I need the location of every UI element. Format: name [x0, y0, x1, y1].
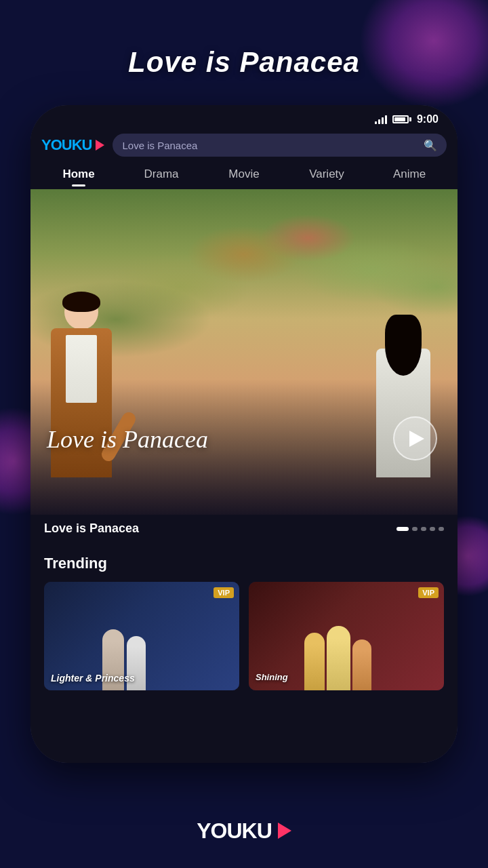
- status-time: 9:00: [417, 113, 439, 125]
- tab-drama[interactable]: Drama: [120, 162, 203, 189]
- nav-tabs: Home Drama Movie Variety Anime: [30, 162, 458, 189]
- trending-title: Trending: [44, 555, 444, 572]
- hero-title: Love is Panacea: [0, 46, 488, 79]
- footer-youku-text: YOUKU: [197, 818, 272, 844]
- youku-logo-text: YOUKU: [41, 136, 92, 154]
- banner-title: Love is Panacea: [44, 521, 139, 536]
- banner-cursive-title: Love is Panacea: [47, 425, 208, 454]
- dot-5: [439, 527, 444, 531]
- trending-grid: VIP Lighter & Princess VIP Shinin: [44, 582, 444, 690]
- trending-card-2[interactable]: VIP Shining: [249, 582, 444, 690]
- vip-badge-2: VIP: [418, 587, 439, 598]
- phone-frame: 9:00 YOUKU Love is Panacea 🔍 Home Drama …: [30, 105, 458, 763]
- phone-inner: 9:00 YOUKU Love is Panacea 🔍 Home Drama …: [30, 105, 458, 763]
- dots-indicator: [396, 527, 444, 531]
- tab-anime[interactable]: Anime: [368, 162, 451, 189]
- play-button[interactable]: [393, 416, 437, 460]
- youku-logo[interactable]: YOUKU: [41, 136, 104, 154]
- dot-3: [421, 527, 426, 531]
- trending-section: Trending VIP Lighter & Princess: [30, 542, 458, 698]
- search-icon[interactable]: 🔍: [424, 138, 437, 152]
- battery-icon: [392, 115, 411, 123]
- footer: YOUKU: [0, 793, 488, 868]
- footer-arrow-icon: [278, 823, 291, 839]
- dot-2: [412, 527, 418, 531]
- trending-card-1[interactable]: VIP Lighter & Princess: [44, 582, 239, 690]
- banner-image: Love is Panacea: [30, 189, 458, 515]
- status-bar: 9:00: [30, 105, 458, 130]
- dot-1: [396, 527, 409, 531]
- tab-home[interactable]: Home: [37, 162, 120, 189]
- signal-icon: [375, 115, 387, 124]
- tab-variety[interactable]: Variety: [285, 162, 368, 189]
- search-placeholder-text: Love is Panacea: [122, 140, 418, 151]
- play-icon: [409, 431, 424, 447]
- youku-arrow-icon: [96, 140, 104, 151]
- search-bar[interactable]: Love is Panacea 🔍: [113, 134, 447, 157]
- card-title-1: Lighter & Princess: [51, 673, 135, 684]
- vip-badge-1: VIP: [214, 587, 234, 598]
- card-title-2: Shining: [256, 672, 288, 682]
- tab-movie[interactable]: Movie: [203, 162, 285, 189]
- dot-4: [430, 527, 435, 531]
- app-bar: YOUKU Love is Panacea 🔍: [30, 130, 458, 162]
- footer-logo: YOUKU: [197, 818, 291, 844]
- banner-container: Love is Panacea: [30, 189, 458, 515]
- banner-bottom-bar: Love is Panacea: [30, 515, 458, 542]
